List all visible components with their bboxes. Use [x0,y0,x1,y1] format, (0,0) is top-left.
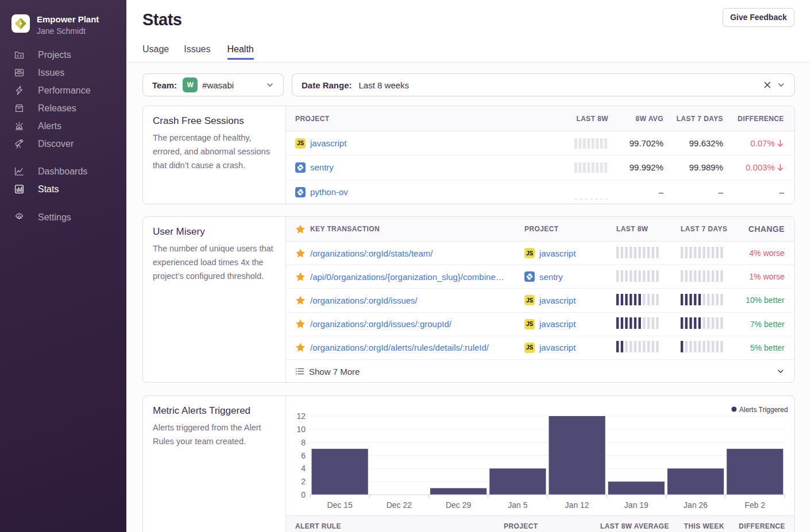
svg-text:Feb 2: Feb 2 [744,500,765,510]
svg-text:12: 12 [296,411,306,421]
svg-text:Jan 19: Jan 19 [624,500,648,510]
svg-text:Alerts Triggered: Alerts Triggered [739,406,788,414]
svg-text:Dec 15: Dec 15 [327,500,353,510]
svg-text:8: 8 [301,438,306,447]
svg-text:Jan 26: Jan 26 [683,500,708,510]
svg-text:Dec 22: Dec 22 [387,500,412,510]
svg-text:Jan 5: Jan 5 [508,500,527,510]
svg-text:6: 6 [301,451,306,460]
svg-text:Dec 29: Dec 29 [446,500,472,510]
svg-text:4: 4 [301,464,306,473]
svg-text:2: 2 [301,477,306,486]
svg-text:Jan 12: Jan 12 [565,500,589,510]
svg-text:0: 0 [301,490,306,499]
svg-text:10: 10 [296,425,306,434]
